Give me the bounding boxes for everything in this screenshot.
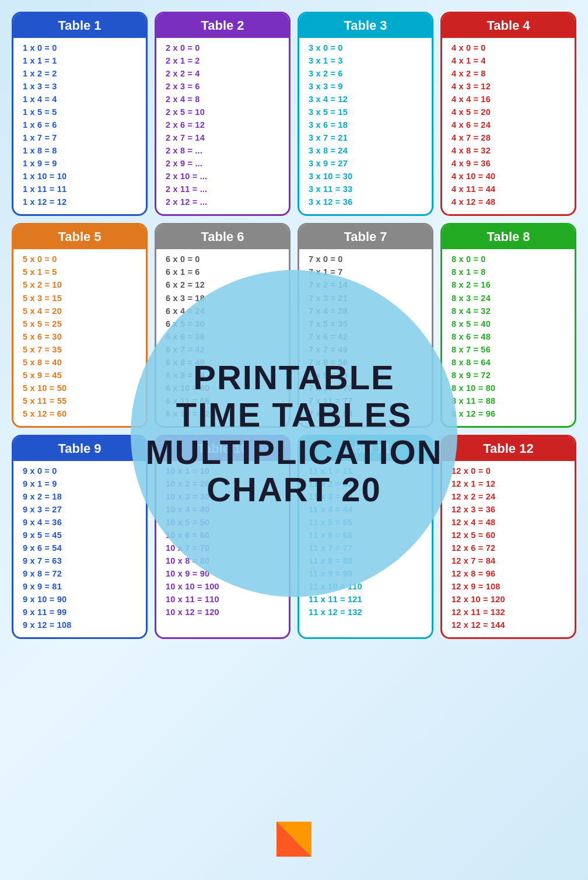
logo-icon — [276, 822, 312, 857]
table-card-1: Table 11 x 0 = 01 x 1 = 11 x 2 = 21 x 3 … — [12, 12, 148, 216]
circle-line1: Printable — [145, 359, 442, 396]
table-body-3: 3 x 0 = 03 x 1 = 33 x 2 = 63 x 3 = 93 x … — [299, 38, 432, 214]
table-card-9: Table 99 x 0 = 09 x 1 = 99 x 2 = 189 x 3… — [12, 435, 148, 639]
table-row: 1 x 10 = 10 — [23, 170, 136, 183]
table-row: 3 x 5 = 15 — [309, 106, 422, 118]
table-row: 9 x 2 = 18 — [23, 490, 136, 503]
table-body-9: 9 x 0 = 09 x 1 = 99 x 2 = 189 x 3 = 279 … — [13, 461, 146, 637]
table-row: 9 x 4 = 36 — [23, 516, 136, 529]
page-background: Table 11 x 0 = 01 x 1 = 11 x 2 = 21 x 3 … — [0, 0, 588, 880]
table-card-3: Table 33 x 0 = 03 x 1 = 33 x 2 = 63 x 3 … — [298, 12, 433, 216]
table-row: 5 x 4 = 20 — [23, 305, 136, 317]
table-row: 3 x 10 = 30 — [309, 170, 422, 183]
table-row: 11 x 11 = 121 — [309, 593, 422, 606]
table-header-3: Table 3 — [299, 13, 432, 38]
table-row: 12 x 9 = 108 — [452, 580, 565, 593]
table-row: 4 x 1 = 4 — [452, 54, 565, 67]
table-row: 9 x 7 = 63 — [23, 554, 136, 567]
table-row: 9 x 5 = 45 — [23, 529, 136, 542]
circle-line3: Multiplication — [145, 434, 442, 471]
table-row: 2 x 10 = ... — [166, 170, 279, 183]
table-row: 1 x 9 = 9 — [23, 157, 136, 170]
table-row: 3 x 2 = 6 — [309, 67, 422, 80]
table-row: 2 x 7 = 14 — [166, 131, 279, 144]
table-row: 9 x 10 = 90 — [23, 593, 136, 606]
table-header-1: Table 1 — [13, 13, 146, 38]
table-row: 2 x 6 = 12 — [166, 118, 279, 131]
table-header-4: Table 4 — [442, 13, 575, 38]
table-row: 8 x 2 = 16 — [452, 278, 565, 291]
table-row: 12 x 6 = 72 — [452, 542, 565, 554]
table-row: 9 x 9 = 81 — [23, 580, 136, 593]
table-row: 2 x 11 = ... — [166, 183, 279, 195]
table-row: 5 x 5 = 25 — [23, 317, 136, 330]
table-body-5: 5 x 0 = 05 x 1 = 55 x 2 = 105 x 3 = 155 … — [13, 249, 146, 425]
table-row: 1 x 7 = 7 — [23, 131, 136, 144]
table-row: 12 x 3 = 36 — [452, 503, 565, 516]
table-body-8: 8 x 0 = 08 x 1 = 88 x 2 = 168 x 3 = 248 … — [442, 249, 575, 425]
table-row: 4 x 0 = 0 — [452, 41, 565, 54]
table-row: 6 x 0 = 0 — [166, 253, 279, 266]
table-row: 4 x 2 = 8 — [452, 67, 565, 80]
table-row: 4 x 4 = 16 — [452, 93, 565, 106]
table-row: 11 x 12 = 132 — [309, 606, 422, 619]
table-row: 4 x 5 = 20 — [452, 106, 565, 118]
table-row: 3 x 1 = 3 — [309, 54, 422, 67]
table-row: 8 x 1 = 8 — [452, 266, 565, 278]
table-card-8: Table 88 x 0 = 08 x 1 = 88 x 2 = 168 x 3… — [440, 223, 576, 427]
table-body-12: 12 x 0 = 012 x 1 = 1212 x 2 = 2412 x 3 =… — [442, 461, 575, 637]
table-row: 1 x 1 = 1 — [23, 54, 136, 67]
table-row: 1 x 2 = 2 — [23, 67, 136, 80]
table-row: 5 x 12 = 60 — [23, 407, 136, 420]
table-row: 3 x 12 = 36 — [309, 195, 422, 208]
table-body-4: 4 x 0 = 04 x 1 = 44 x 2 = 84 x 3 = 124 x… — [442, 38, 575, 214]
table-row: 4 x 8 = 32 — [452, 144, 565, 157]
circle-line4: Chart 20 — [145, 471, 442, 508]
table-row: 10 x 11 = 110 — [166, 593, 279, 606]
table-row: 2 x 4 = 8 — [166, 93, 279, 106]
circle-line2: Time Tables — [145, 396, 442, 434]
table-header-7: Table 7 — [299, 225, 432, 249]
table-row: 8 x 9 = 72 — [452, 369, 565, 382]
table-row: 9 x 1 = 9 — [23, 477, 136, 490]
table-row: 8 x 10 = 80 — [452, 382, 565, 394]
table-row: 9 x 3 = 27 — [23, 503, 136, 516]
table-row: 3 x 6 = 18 — [309, 118, 422, 131]
table-row: 8 x 0 = 0 — [452, 253, 565, 266]
table-row: 4 x 10 = 40 — [452, 170, 565, 183]
table-row: 1 x 11 = 11 — [23, 183, 136, 195]
table-row: 4 x 3 = 12 — [452, 80, 565, 93]
table-row: 5 x 1 = 5 — [23, 266, 136, 278]
table-row: 3 x 8 = 24 — [309, 144, 422, 157]
table-row: 5 x 7 = 35 — [23, 343, 136, 356]
table-row: 1 x 12 = 12 — [23, 195, 136, 208]
table-row: 8 x 8 = 64 — [452, 356, 565, 369]
table-row: 4 x 11 = 44 — [452, 183, 565, 195]
table-row: 1 x 8 = 8 — [23, 144, 136, 157]
table-header-2: Table 2 — [156, 13, 289, 38]
table-row: 1 x 0 = 0 — [23, 41, 136, 54]
table-row: 5 x 10 = 50 — [23, 382, 136, 394]
table-row: 4 x 7 = 28 — [452, 131, 565, 144]
table-row: 3 x 0 = 0 — [309, 41, 422, 54]
table-row: 7 x 0 = 0 — [309, 253, 422, 266]
table-row: 12 x 0 = 0 — [452, 465, 565, 477]
table-row: 9 x 0 = 0 — [23, 465, 136, 477]
table-row: 9 x 6 = 54 — [23, 542, 136, 554]
table-row: 3 x 7 = 21 — [309, 131, 422, 144]
table-row: 12 x 2 = 24 — [452, 490, 565, 503]
table-row: 2 x 8 = ... — [166, 144, 279, 157]
table-header-8: Table 8 — [442, 225, 575, 249]
table-row: 12 x 1 = 12 — [452, 477, 565, 490]
table-header-6: Table 6 — [156, 225, 289, 249]
table-row: 12 x 11 = 132 — [452, 606, 565, 619]
table-body-2: 2 x 0 = 02 x 1 = 22 x 2 = 42 x 3 = 62 x … — [156, 38, 289, 214]
table-row: 12 x 10 = 120 — [452, 593, 565, 606]
table-row: 5 x 2 = 10 — [23, 278, 136, 291]
table-row: 9 x 8 = 72 — [23, 567, 136, 580]
table-header-5: Table 5 — [13, 225, 146, 249]
table-row: 2 x 9 = ... — [166, 157, 279, 170]
table-card-5: Table 55 x 0 = 05 x 1 = 55 x 2 = 105 x 3… — [12, 223, 148, 427]
table-row: 2 x 0 = 0 — [166, 41, 279, 54]
table-row: 10 x 12 = 120 — [166, 606, 279, 619]
